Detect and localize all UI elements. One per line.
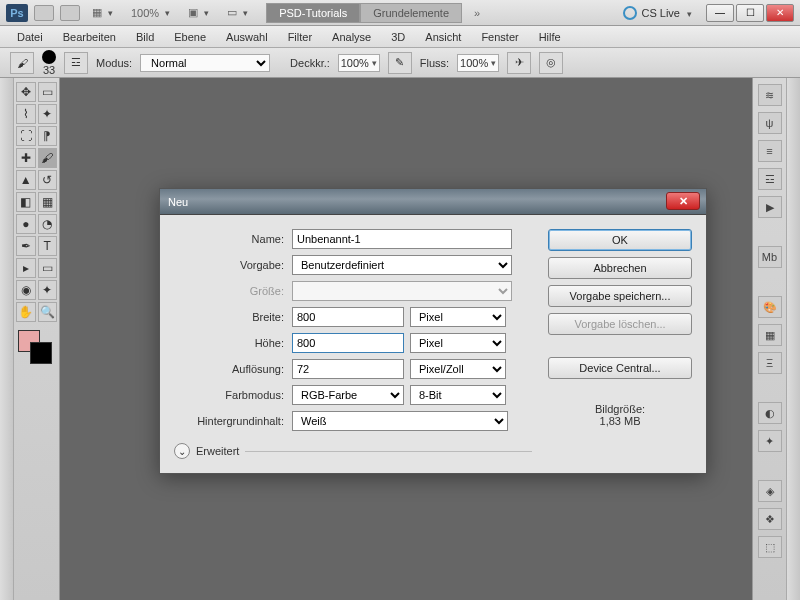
panel-icon[interactable]: ◐ bbox=[758, 402, 782, 424]
panel-icon[interactable]: ▶ bbox=[758, 196, 782, 218]
eraser-tool[interactable]: ◧ bbox=[16, 192, 36, 212]
preset-select[interactable]: Benutzerdefiniert bbox=[292, 255, 512, 275]
marquee-tool[interactable]: ▭ bbox=[38, 82, 58, 102]
crop-tool[interactable]: ⛶ bbox=[16, 126, 36, 146]
panel-icon[interactable]: Ξ bbox=[758, 352, 782, 374]
opacity-value[interactable]: 100% bbox=[338, 54, 380, 72]
name-input[interactable] bbox=[292, 229, 512, 249]
move-tool[interactable]: ✥ bbox=[16, 82, 36, 102]
stamp-tool[interactable]: ▲ bbox=[16, 170, 36, 190]
panel-icon[interactable]: ⬚ bbox=[758, 536, 782, 558]
brush-panel-toggle[interactable]: ☲ bbox=[64, 52, 88, 74]
new-document-dialog: Neu ✕ Name: Vorgabe: Benutzerdefiniert G… bbox=[159, 188, 707, 474]
height-unit-select[interactable]: Pixel bbox=[410, 333, 506, 353]
arrange-dropdown[interactable]: ▣ bbox=[182, 4, 215, 21]
screen-mode-dropdown[interactable]: ▭ bbox=[221, 4, 254, 21]
window-maximize-button[interactable]: ☐ bbox=[736, 4, 764, 22]
photoshop-logo: Ps bbox=[6, 4, 28, 22]
type-tool[interactable]: T bbox=[38, 236, 58, 256]
lasso-tool[interactable]: ⌇ bbox=[16, 104, 36, 124]
panel-icon[interactable]: ψ bbox=[758, 112, 782, 134]
collapsed-strip-left[interactable] bbox=[0, 78, 14, 600]
preset-label: Vorgabe: bbox=[174, 259, 284, 271]
3d-tool[interactable]: ◉ bbox=[16, 280, 36, 300]
panel-icon[interactable]: ≋ bbox=[758, 84, 782, 106]
advanced-label: Erweitert bbox=[196, 445, 239, 457]
save-preset-button[interactable]: Vorgabe speichern... bbox=[548, 285, 692, 307]
advanced-toggle[interactable]: ⌄ bbox=[174, 443, 190, 459]
view-extras-dropdown[interactable]: ▦ bbox=[86, 4, 119, 21]
size-label: Größe: bbox=[174, 285, 284, 297]
panel-icon[interactable]: ☲ bbox=[758, 168, 782, 190]
menu-ansicht[interactable]: Ansicht bbox=[416, 28, 470, 46]
brush-preset-picker[interactable]: 33 bbox=[42, 50, 56, 76]
document-tab-active[interactable]: PSD-Tutorials bbox=[266, 3, 360, 23]
menu-filter[interactable]: Filter bbox=[279, 28, 321, 46]
width-unit-select[interactable]: Pixel bbox=[410, 307, 506, 327]
menu-hilfe[interactable]: Hilfe bbox=[530, 28, 570, 46]
history-brush-tool[interactable]: ↺ bbox=[38, 170, 58, 190]
panel-icon[interactable]: ✦ bbox=[758, 430, 782, 452]
zoom-tool[interactable]: 🔍 bbox=[38, 302, 58, 322]
gradient-tool[interactable]: ▦ bbox=[38, 192, 58, 212]
cancel-button[interactable]: Abbrechen bbox=[548, 257, 692, 279]
opacity-pressure-icon[interactable]: ✎ bbox=[388, 52, 412, 74]
dialog-title: Neu bbox=[168, 196, 188, 208]
zoom-level-dropdown[interactable]: 100% bbox=[125, 5, 176, 21]
background-color-swatch[interactable] bbox=[30, 342, 52, 364]
ok-button[interactable]: OK bbox=[548, 229, 692, 251]
window-close-button[interactable]: ✕ bbox=[766, 4, 794, 22]
size-pressure-icon[interactable]: ◎ bbox=[539, 52, 563, 74]
dialog-close-button[interactable]: ✕ bbox=[666, 192, 700, 210]
cslive-icon bbox=[623, 6, 637, 20]
resolution-unit-select[interactable]: Pixel/Zoll bbox=[410, 359, 506, 379]
brush-tool[interactable]: 🖌 bbox=[38, 148, 58, 168]
panel-icon[interactable]: ≡ bbox=[758, 140, 782, 162]
airbrush-icon[interactable]: ✈ bbox=[507, 52, 531, 74]
menu-bild[interactable]: Bild bbox=[127, 28, 163, 46]
width-input[interactable] bbox=[292, 307, 404, 327]
panel-icon[interactable]: ▦ bbox=[758, 324, 782, 346]
eyedropper-tool[interactable]: ⁋ bbox=[38, 126, 58, 146]
pen-tool[interactable]: ✒ bbox=[16, 236, 36, 256]
divider bbox=[245, 451, 532, 452]
resolution-input[interactable] bbox=[292, 359, 404, 379]
collapsed-strip-right[interactable] bbox=[786, 78, 800, 600]
menu-fenster[interactable]: Fenster bbox=[472, 28, 527, 46]
panel-icon[interactable]: Mb bbox=[758, 246, 782, 268]
height-input[interactable] bbox=[292, 333, 404, 353]
current-tool-icon[interactable]: 🖌 bbox=[10, 52, 34, 74]
hand-tool[interactable]: ✋ bbox=[16, 302, 36, 322]
blur-tool[interactable]: ● bbox=[16, 214, 36, 234]
menu-auswahl[interactable]: Auswahl bbox=[217, 28, 277, 46]
menu-3d[interactable]: 3D bbox=[382, 28, 414, 46]
more-tabs-icon[interactable]: » bbox=[468, 5, 486, 21]
panel-icon[interactable]: 🎨 bbox=[758, 296, 782, 318]
document-tab[interactable]: Grundelemente bbox=[360, 3, 462, 23]
menu-datei[interactable]: Datei bbox=[8, 28, 52, 46]
minibridge-icon[interactable] bbox=[60, 5, 80, 21]
mode-label: Modus: bbox=[96, 57, 132, 69]
colormode-select[interactable]: RGB-Farbe bbox=[292, 385, 404, 405]
dodge-tool[interactable]: ◔ bbox=[38, 214, 58, 234]
background-label: Hintergrundinhalt: bbox=[174, 415, 284, 427]
panel-icon[interactable]: ◈ bbox=[758, 480, 782, 502]
colordepth-select[interactable]: 8-Bit bbox=[410, 385, 506, 405]
device-central-button[interactable]: Device Central... bbox=[548, 357, 692, 379]
menu-ebene[interactable]: Ebene bbox=[165, 28, 215, 46]
path-select-tool[interactable]: ▸ bbox=[16, 258, 36, 278]
window-minimize-button[interactable]: — bbox=[706, 4, 734, 22]
heal-tool[interactable]: ✚ bbox=[16, 148, 36, 168]
wand-tool[interactable]: ✦ bbox=[38, 104, 58, 124]
3d-camera-tool[interactable]: ✦ bbox=[38, 280, 58, 300]
bridge-icon[interactable] bbox=[34, 5, 54, 21]
menu-analyse[interactable]: Analyse bbox=[323, 28, 380, 46]
shape-tool[interactable]: ▭ bbox=[38, 258, 58, 278]
blend-mode-select[interactable]: Normal bbox=[140, 54, 270, 72]
cs-live-menu[interactable]: CS Live bbox=[623, 6, 692, 20]
panel-icon[interactable]: ❖ bbox=[758, 508, 782, 530]
menu-bearbeiten[interactable]: Bearbeiten bbox=[54, 28, 125, 46]
colormode-label: Farbmodus: bbox=[174, 389, 284, 401]
background-select[interactable]: Weiß bbox=[292, 411, 508, 431]
flow-value[interactable]: 100% bbox=[457, 54, 499, 72]
